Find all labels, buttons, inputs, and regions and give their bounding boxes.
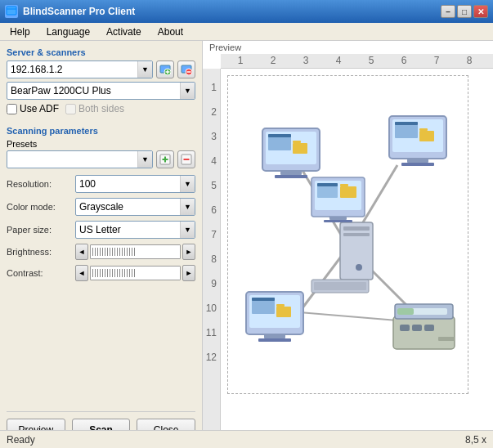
server-ip-combo[interactable]: ▼	[7, 60, 153, 78]
color-mode-dropdown-arrow[interactable]: ▼	[180, 199, 195, 215]
contrast-decrease-button[interactable]: ◄	[75, 265, 88, 281]
menu-help[interactable]: Help	[3, 25, 37, 39]
svg-rect-56	[276, 307, 291, 317]
status-size: 8,5 x	[465, 434, 486, 446]
svg-rect-35	[419, 128, 428, 131]
ruler-v-tick: 4	[211, 142, 218, 167]
close-window-button[interactable]: ✕	[473, 5, 488, 18]
remove-preset-button[interactable]	[177, 150, 195, 168]
params-section: Scanning parameters Presets ▼	[7, 126, 195, 286]
svg-rect-43	[317, 183, 338, 186]
use-adf-checkbox[interactable]	[7, 104, 17, 114]
preview-label: Preview	[209, 43, 241, 52]
resolution-value: 100	[76, 178, 180, 190]
app-icon	[5, 5, 18, 18]
resolution-combo[interactable]: 100 ▼	[75, 175, 195, 193]
svg-rect-27	[293, 141, 301, 143]
status-text: Ready	[7, 434, 35, 446]
status-bar: Ready 8,5 x	[0, 430, 493, 448]
paper-size-combo[interactable]: US Letter ▼	[75, 221, 195, 239]
ruler-h-tick: 4	[322, 55, 355, 66]
window-controls[interactable]: – □ ✕	[441, 5, 488, 18]
svg-rect-63	[412, 325, 422, 331]
ruler-v-tick: 1	[211, 69, 218, 93]
scanner-combo[interactable]: BearPaw 1200CU Plus ▼	[7, 82, 195, 100]
svg-rect-25	[275, 175, 307, 178]
presets-label: Presets	[7, 139, 195, 149]
use-adf-label[interactable]: Use ADF	[7, 103, 59, 114]
contrast-track[interactable]	[90, 266, 181, 280]
use-adf-text: Use ADF	[20, 103, 59, 114]
network-diagram	[234, 83, 463, 386]
resolution-label: Resolution:	[7, 179, 72, 189]
svg-rect-36	[340, 222, 373, 280]
ruler-vertical: 1 2 3 4 5 6 7 8 9 10 11 12	[203, 69, 221, 448]
brightness-increase-button[interactable]: ►	[182, 244, 195, 260]
brightness-track[interactable]	[90, 244, 181, 259]
brightness-fill	[92, 248, 136, 256]
presets-row: ▼	[7, 150, 195, 168]
color-mode-row: Color mode: Grayscale ▼	[7, 198, 195, 216]
scanner-name: BearPaw 1200CU Plus	[7, 85, 180, 96]
ruler-h-tick: 7	[420, 55, 453, 66]
contrast-row: Contrast: ◄ ►	[7, 265, 195, 281]
resolution-row: Resolution: 100 ▼	[7, 175, 195, 193]
add-preset-button[interactable]	[156, 150, 174, 168]
adf-row: Use ADF Both sides	[7, 103, 195, 114]
canvas-area	[221, 69, 493, 448]
server-section-title: Server & scanners	[7, 47, 195, 57]
svg-rect-54	[264, 334, 285, 338]
paper-size-row: Paper size: US Letter ▼	[7, 221, 195, 239]
brightness-label: Brightness:	[7, 247, 72, 257]
svg-rect-23	[268, 134, 291, 137]
color-mode-value: Grayscale	[76, 201, 180, 213]
contrast-slider[interactable]: ◄ ►	[75, 265, 195, 281]
server-ip-dropdown-arrow[interactable]: ▼	[137, 61, 152, 78]
svg-rect-64	[424, 325, 434, 331]
svg-rect-31	[395, 122, 418, 125]
svg-rect-37	[343, 226, 370, 231]
contrast-label: Contrast:	[7, 268, 72, 278]
params-section-title: Scanning parameters	[7, 126, 195, 136]
svg-point-39	[356, 264, 362, 271]
both-sides-text: Both sides	[78, 103, 124, 114]
ruler-v-tick: 2	[211, 93, 218, 118]
svg-rect-34	[419, 131, 434, 141]
ruler-h-tick: 1	[224, 55, 257, 66]
add-server-button[interactable]	[156, 60, 174, 78]
presets-dropdown-arrow[interactable]: ▼	[137, 151, 152, 168]
resolution-dropdown-arrow[interactable]: ▼	[180, 176, 195, 192]
svg-rect-61	[397, 308, 414, 315]
contrast-increase-button[interactable]: ►	[182, 265, 195, 281]
color-mode-combo[interactable]: Grayscale ▼	[75, 198, 195, 216]
server-ip-input[interactable]	[7, 64, 137, 75]
brightness-decrease-button[interactable]: ◄	[75, 244, 88, 260]
menu-language[interactable]: Language	[40, 25, 96, 39]
preview-image	[227, 75, 468, 394]
svg-rect-57	[276, 304, 285, 307]
left-panel: Server & scanners ▼	[0, 41, 203, 448]
remove-server-button[interactable]	[177, 60, 195, 78]
svg-rect-0	[7, 7, 16, 15]
maximize-button[interactable]: □	[457, 5, 472, 18]
svg-rect-62	[400, 325, 410, 331]
minimize-button[interactable]: –	[441, 5, 455, 18]
svg-rect-44	[340, 186, 356, 198]
svg-rect-24	[280, 171, 302, 175]
presets-combo[interactable]: ▼	[7, 150, 153, 168]
paper-size-dropdown-arrow[interactable]: ▼	[180, 222, 195, 238]
brightness-slider[interactable]: ◄ ►	[75, 244, 195, 260]
ruler-v-tick: 10	[206, 289, 218, 314]
ruler-v-tick: 8	[211, 240, 218, 265]
menu-about[interactable]: About	[151, 25, 190, 39]
menu-activate[interactable]: Activate	[100, 25, 148, 39]
server-section: Server & scanners ▼	[7, 47, 195, 118]
paper-size-label: Paper size:	[7, 225, 72, 235]
ruler-horizontal: 1 2 3 4 5 6 7 8	[221, 54, 493, 69]
paper-size-value: US Letter	[76, 224, 180, 235]
scanner-dropdown-arrow[interactable]: ▼	[180, 83, 195, 99]
ruler-h-tick: 3	[289, 55, 322, 66]
ruler-v-tick: 7	[211, 216, 218, 240]
svg-rect-49	[314, 282, 366, 290]
both-sides-checkbox[interactable]	[65, 104, 76, 114]
